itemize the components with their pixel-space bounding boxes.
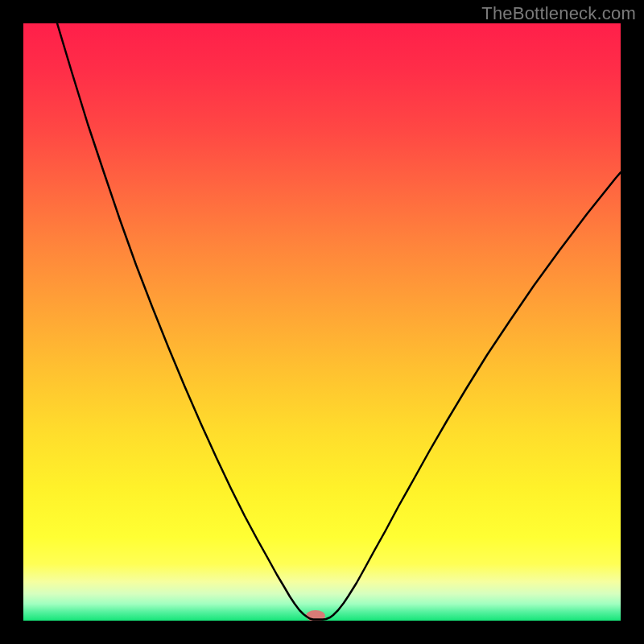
watermark-text: TheBottleneck.com <box>481 3 636 24</box>
gradient-background <box>23 23 621 621</box>
chart-container: TheBottleneck.com <box>0 0 644 644</box>
plot-frame <box>23 23 621 621</box>
plot-svg <box>23 23 621 621</box>
